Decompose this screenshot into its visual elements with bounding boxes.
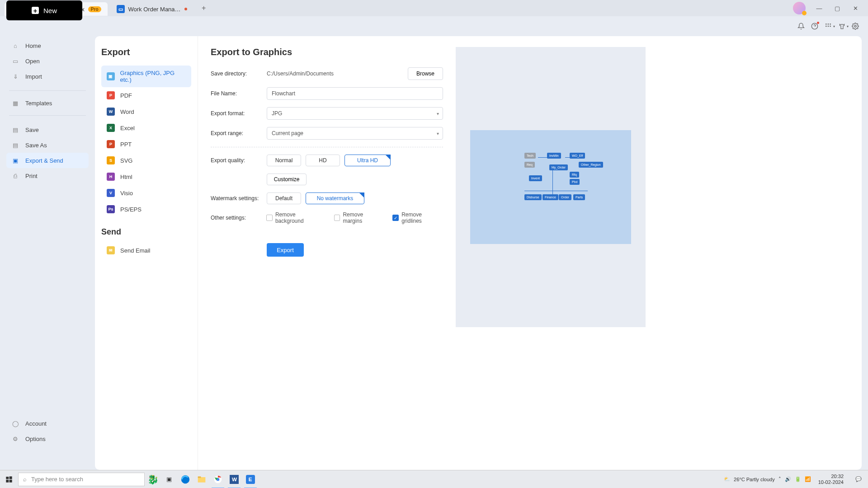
sidebar-item-home[interactable]: ⌂Home (6, 38, 89, 53)
pdf-icon: P (107, 91, 115, 99)
checkbox-icon: ✓ (392, 215, 399, 221)
gear-icon[interactable] (852, 23, 859, 30)
quality-hd[interactable]: HD (306, 155, 340, 166)
filename-input[interactable] (267, 87, 443, 100)
sidebar-item-options[interactable]: ⚙Options (6, 431, 89, 446)
folder-icon: ▭ (12, 57, 19, 65)
edge-icon[interactable] (177, 470, 193, 488)
item-label: Options (25, 436, 46, 442)
export-item-pdf[interactable]: PPDF (101, 87, 191, 103)
sidebar-item-templates[interactable]: ▦Templates (6, 95, 89, 111)
export-item-svg[interactable]: SSVG (101, 152, 191, 169)
checkbox-remove-gridlines[interactable]: ✓Remove gridlines (392, 211, 443, 224)
notifications-icon[interactable]: 💬 (851, 476, 866, 482)
sidebar-item-save-as[interactable]: ▤Save As (6, 137, 89, 153)
svg-rect-8 (6, 477, 9, 479)
format-select[interactable]: JPG (267, 107, 443, 120)
export-item-ps[interactable]: PsPS/EPS (101, 201, 191, 217)
range-select[interactable]: Current page (267, 127, 443, 140)
customize-button[interactable]: Customize (267, 174, 307, 185)
bell-icon[interactable] (797, 23, 805, 30)
wifi-icon[interactable]: 📶 (805, 476, 811, 482)
help-icon[interactable] (811, 23, 818, 30)
new-button[interactable]: + New (6, 0, 82, 20)
main: ⌂Home ▭Open ⇓Import ▦Templates ▤Save ▤Sa… (0, 36, 868, 470)
battery-icon[interactable]: 🔋 (795, 476, 801, 482)
sidebar-item-open[interactable]: ▭Open (6, 53, 89, 69)
export-item-visio[interactable]: VVisio (101, 185, 191, 201)
dragon-icon[interactable]: 🐉 (145, 470, 161, 488)
export-item-word[interactable]: WWord (101, 103, 191, 120)
search-icon: ⌕ (23, 476, 27, 483)
explorer-icon[interactable] (193, 470, 210, 488)
doc-icon: ▭ (117, 5, 125, 13)
task-view-icon[interactable]: ▣ (161, 470, 177, 488)
sidebar-item-account[interactable]: ◯Account (6, 416, 89, 431)
browse-button[interactable]: Browse (408, 67, 443, 80)
start-button[interactable] (0, 470, 18, 488)
home-icon: ⌂ (12, 42, 19, 49)
ps-icon: Ps (107, 205, 115, 213)
sidebar: ⌂Home ▭Open ⇓Import ▦Templates ▤Save ▤Sa… (0, 36, 95, 470)
tab-document[interactable]: ▭ Work Order Mana… (113, 2, 193, 16)
quality-ultra-hd[interactable]: Ultra HD (344, 155, 391, 166)
preview-canvas: Tech Req InvMin WO_Eff My_Order Other_Re… (470, 130, 631, 244)
apps-icon[interactable]: ▾ (825, 23, 832, 30)
minimize-button[interactable]: — (810, 1, 828, 15)
avatar[interactable] (793, 2, 806, 14)
edrawmax-icon[interactable]: E (242, 470, 259, 488)
export-item-excel[interactable]: XExcel (101, 120, 191, 136)
svg-rect-13 (198, 477, 206, 483)
el-label: SVG (120, 157, 132, 164)
word-icon[interactable]: W (226, 470, 242, 488)
tray-chevron-icon[interactable]: ˄ (778, 476, 781, 482)
visio-icon: V (107, 189, 115, 197)
item-label: Account (25, 420, 47, 427)
sidebar-item-export-send[interactable]: ▣Export & Send (6, 153, 89, 168)
taskbar-search[interactable]: ⌕ Type here to search (18, 473, 145, 486)
item-label: Templates (25, 100, 52, 107)
taskbar: ⌕ Type here to search 🐉 ▣ W E ⛅ 26°C Par… (0, 470, 868, 488)
export-button[interactable]: Export (267, 243, 304, 257)
sidebar-item-save[interactable]: ▤Save (6, 122, 89, 137)
unsaved-dot-icon (184, 8, 187, 10)
send-item-email[interactable]: ✉Send Email (101, 242, 191, 258)
svg-rect-11 (9, 479, 12, 482)
chrome-icon[interactable] (210, 470, 226, 488)
svg-rect-1 (826, 23, 826, 24)
volume-icon[interactable]: 🔊 (785, 476, 791, 482)
svg-text:W: W (232, 476, 237, 482)
export-item-graphics[interactable]: ▣Graphics (PNG, JPG etc.) (101, 66, 191, 87)
export-item-html[interactable]: HHtml (101, 169, 191, 185)
checkbox-remove-margins[interactable]: Remove margins (334, 211, 384, 224)
weather-icon[interactable]: ⛅ (724, 476, 730, 482)
sidebar-item-import[interactable]: ⇓Import (6, 69, 89, 84)
checkbox-icon (266, 215, 273, 221)
ppt-icon: P (107, 140, 115, 148)
new-label: New (43, 7, 57, 14)
checkbox-remove-background[interactable]: Remove background (266, 211, 325, 224)
export-heading: Export (101, 47, 191, 57)
sidebar-item-print[interactable]: ⎙Print (6, 168, 89, 183)
tab-add-button[interactable]: + (198, 2, 210, 14)
weather-text[interactable]: 26°C Partly cloudy (734, 477, 775, 482)
export-item-ppt[interactable]: PPPT (101, 136, 191, 152)
el-label: PS/EPS (120, 206, 142, 213)
panel: Export ▣Graphics (PNG, JPG etc.) PPDF WW… (95, 36, 862, 470)
maximize-button[interactable]: ▢ (828, 1, 846, 15)
svg-rect-2 (828, 23, 829, 24)
close-button[interactable]: ✕ (846, 1, 864, 15)
pro-badge: Pro (88, 6, 101, 12)
clock[interactable]: 20:32 10-02-2024 (815, 474, 847, 485)
watermark-default[interactable]: Default (267, 192, 301, 204)
save-as-icon: ▤ (12, 141, 19, 149)
watermark-none[interactable]: No watermarks (306, 192, 364, 204)
tab-label: Work Order Mana… (128, 6, 181, 13)
svg-text:E: E (249, 476, 252, 482)
el-label: Send Email (120, 247, 150, 254)
checkbox-icon (334, 215, 340, 221)
preview-panel: Tech Req InvMin WO_Eff My_Order Other_Re… (456, 36, 862, 470)
shirt-icon[interactable]: ▾ (838, 23, 845, 30)
item-label: Save As (25, 142, 47, 149)
quality-normal[interactable]: Normal (267, 155, 301, 166)
